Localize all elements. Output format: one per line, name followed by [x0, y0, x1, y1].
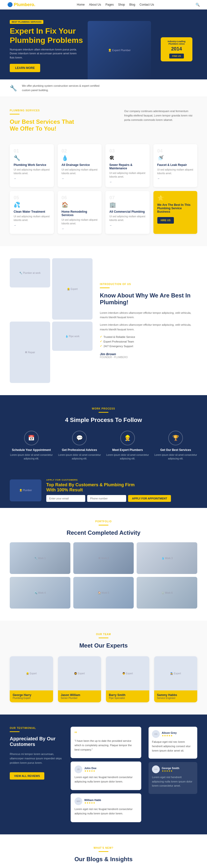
signature-title: FOUNDER - PLUMBERO	[100, 356, 197, 359]
team-role-1: Plumbing Expert	[13, 697, 50, 700]
cta-banner-image: 👷 Plumber	[10, 479, 41, 501]
whyus-list: Trusted & Reliable Service Expert Profes…	[100, 335, 197, 348]
portfolio-header: PORTFOLIO Recent Completed Activity	[10, 520, 197, 536]
service-link-2[interactable]: →	[62, 177, 98, 180]
service-title-4: Faucet & Leak Repair	[157, 163, 194, 167]
testimonial-author-1: JD John Doe ★★★★★	[74, 766, 137, 773]
service-link-4[interactable]: →	[157, 177, 194, 180]
nav-contact[interactable]: Contact Us	[140, 3, 154, 6]
team-name-3: Barry Smith	[109, 693, 146, 697]
hero-badge-box: Industry-Leading Plumbers since 2014 FIN…	[161, 37, 193, 61]
team-image-1: 👷 Expert	[10, 656, 53, 690]
service-desc-6: Ut sed adipiscing niullam aliquest lobor…	[62, 218, 98, 225]
logo[interactable]: 🔵 Plumbero.	[7, 2, 35, 7]
portfolio-item-4[interactable]: 🔩 Work 4	[10, 577, 70, 609]
services-section-label: PLUMBING SERVICES	[10, 109, 74, 112]
portfolio-item-5[interactable]: 🏠 Work 5	[73, 577, 134, 609]
service-card-3: 03 🛠 Sewer Repairs & Maintenance Ut sed …	[105, 144, 149, 187]
testimonial-stars-1: ★★★★★	[84, 770, 97, 772]
testimonial-name-2: William Habb	[84, 799, 101, 802]
nav-pages[interactable]: Pages	[105, 3, 114, 6]
process-step-2: 💬 Get Professional Advices Lorem ipsum d…	[58, 431, 101, 460]
hero-badge-box-label: Industry-Leading Plumbers since	[165, 40, 188, 45]
cta-apply-button[interactable]: APPLY FOR APPOINTMENT	[128, 495, 171, 502]
service-icon-4: 🚿	[157, 155, 194, 161]
service-icon-5: 💦	[14, 202, 50, 208]
portfolio-placeholder-3: 💧 Work 3	[137, 542, 197, 574]
testimonial-side-avatar-2: GS	[152, 766, 160, 773]
nav-about[interactable]: About Us	[89, 3, 101, 6]
service-card-7: 07 🏢 All Commercial Plumbing Ut sed adip…	[105, 191, 149, 234]
service-desc-1: Ut sed adipiscing niullam aliquest lobor…	[14, 168, 50, 175]
service-link-6[interactable]: →	[62, 227, 98, 230]
team-image-3: 👨 Expert	[106, 656, 149, 690]
cta-phone-input[interactable]	[87, 495, 126, 502]
whyus-point-1: Trusted & Reliable Service	[100, 335, 197, 339]
cta-email-input[interactable]	[46, 495, 85, 502]
service-link-3[interactable]: →	[109, 181, 146, 183]
portfolio-title: Recent Completed Activity	[10, 529, 197, 536]
testimonial-stars-2: ★★★★★	[84, 802, 101, 804]
logo-text: Plumbero.	[14, 2, 35, 7]
testimonials-right: AG Alison Grey ★★★★★ Faluque eget nisl n…	[148, 727, 197, 822]
hire-us-button[interactable]: HIRE US	[157, 217, 174, 224]
service-desc-7: Ut sed adipiscing niullam aliquest lobor…	[109, 215, 146, 222]
service-card-5: 05 💦 Clean Water Treatment Ut sed adipis…	[10, 191, 54, 234]
service-num-6: 06	[62, 195, 98, 200]
testimonial-center-card-2: WH William Habb ★★★★★ Lorem eget nisl ne…	[71, 794, 141, 822]
testimonial-side-card-2: GS George Smith ★★★★★ Lorem eget nisl he…	[148, 762, 197, 794]
services-title: Our Best Services That We Offer To You!	[10, 118, 74, 132]
team-card-2: 🧔 Expert Jason William Senior Plumber	[58, 656, 101, 702]
testimonials-viewall-button[interactable]: VIEW ALL REVIEWS	[10, 772, 44, 780]
hero-badge: BEST PLUMBING SERVICES	[10, 20, 43, 24]
nav-shop[interactable]: Shop	[118, 3, 125, 6]
hero-cta-button[interactable]: LEARN MORE	[10, 64, 40, 72]
portfolio-item-6[interactable]: 🏢 Work 6	[137, 577, 197, 609]
testimonial-side-text-1: Faluque eget nisl nec lorem hendrerit ad…	[152, 740, 194, 753]
testimonial-main-text: "I have been the up to date the provided…	[74, 739, 137, 752]
team-info-2: Jason William Senior Plumber	[58, 690, 101, 702]
whyus-image-3: 🛠 Repair	[10, 321, 50, 383]
nav-home[interactable]: Home	[77, 3, 85, 6]
about-strip: 🔧 We offer plumbing system construction …	[0, 80, 207, 97]
service-desc-5: Ut sed adipiscing niullam aliquest lobor…	[14, 215, 50, 222]
service-num-5: 05	[14, 195, 50, 200]
service-icon-3: 🛠	[109, 155, 146, 161]
navbar: 🔵 Plumbero. Home About Us Pages Shop Blo…	[0, 0, 207, 9]
service-card-2: 02 💧 All Drainage Service Ut sed adipisc…	[58, 144, 102, 187]
cta-banner: 👷 Plumber APPLY FOR CUSTOMERS Top Rated …	[0, 473, 207, 508]
team-name-4: Sammy Habbs	[157, 693, 195, 697]
portfolio-item-2[interactable]: 🛠 Work 2	[73, 542, 134, 574]
process-step-desc-3: Lorem ipsum dolor sit amet consectetur a…	[106, 453, 149, 460]
team-name-1: George Harry	[13, 693, 50, 697]
service-icon-1: 🔧	[14, 155, 50, 161]
testimonial-author-info-2: William Habb ★★★★★	[84, 799, 101, 804]
service-link-7[interactable]: →	[109, 224, 146, 226]
signature: Jim Brown	[100, 352, 197, 356]
blogs-section: WHAT'S NEW? Our Blogs & Insights PLUMBIN…	[0, 834, 207, 868]
testimonial-avatar-1: JD	[74, 766, 82, 773]
testimonial-quote-icon: "	[74, 731, 137, 737]
service-link-5[interactable]: →	[14, 224, 50, 226]
blogs-section-label: WHAT'S NEW?	[10, 846, 197, 849]
nav-blog[interactable]: Blog	[129, 3, 135, 6]
process-divider	[99, 412, 108, 413]
hero-findus-button[interactable]: FIND US	[169, 54, 184, 59]
process-step-4: 🏆 Get Our Best Services Lorem ipsum dolo…	[154, 431, 198, 460]
team-section: OUR TEAM Meet Our Experts 👷 Expert Georg…	[0, 621, 207, 715]
testimonial-side-stars-2: ★★★★★	[162, 770, 179, 772]
service-icon-8: ⭐	[157, 195, 194, 201]
team-name-2: Jason William	[61, 693, 98, 697]
service-card-8: ⭐ We Are The Best In This Plumbing Servi…	[153, 191, 198, 234]
portfolio-item-1[interactable]: 🔧 Work 1	[10, 542, 70, 574]
service-link-1[interactable]: →	[14, 177, 50, 180]
portfolio-item-3[interactable]: 💧 Work 3	[137, 542, 197, 574]
whyus-section: 🔧 Plumber at work 👷 Expert 🛠 Repair 💧 Pi…	[0, 246, 207, 395]
testimonial-side-name-2: George Smith	[162, 767, 179, 770]
search-icon[interactable]: 🔍	[196, 3, 200, 7]
team-divider	[99, 638, 108, 638]
about-strip-text: We offer plumbing system construction se…	[22, 84, 105, 92]
service-title-3: Sewer Repairs & Maintenance	[109, 163, 146, 170]
team-role-4: Service Engineer	[157, 697, 195, 700]
services-header: PLUMBING SERVICES Our Best Services That…	[10, 109, 197, 137]
